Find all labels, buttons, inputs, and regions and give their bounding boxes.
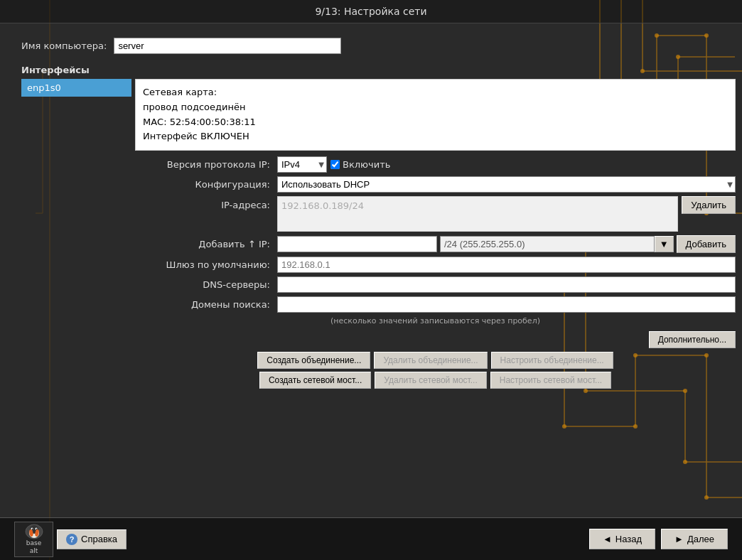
logo-icon	[24, 524, 44, 539]
info-line4: Интерфейс ВКЛЮЧЕН	[143, 129, 728, 144]
delete-bond-button[interactable]: Удалить объединение...	[374, 352, 487, 369]
page-title: 9/13: Настройка сети	[315, 6, 426, 17]
svg-point-47	[35, 527, 37, 529]
ip-list: 192.168.0.189/24	[277, 196, 678, 232]
help-icon: ?	[66, 534, 77, 545]
protocol-select[interactable]: IPv4 IPv6	[277, 156, 327, 173]
logo-box: base alt	[14, 522, 53, 557]
info-line3: МАС: 52:54:00:50:38:11	[143, 115, 728, 130]
svg-point-32	[633, 424, 638, 429]
svg-point-46	[31, 527, 33, 529]
ip-placeholder: 192.168.0.189/24	[281, 200, 364, 211]
interface-item[interactable]: enp1s0	[21, 79, 131, 97]
add-ip-button[interactable]: Добавить	[677, 235, 736, 253]
add-ip-input[interactable]	[277, 236, 437, 252]
create-bridge-button[interactable]: Создать сетевой мост...	[259, 372, 371, 389]
info-line1: Сетевая карта:	[143, 85, 728, 100]
hint-text: (несколько значений записываются через п…	[135, 316, 736, 325]
help-button[interactable]: ? Справка	[57, 529, 127, 549]
interfaces-label: Интерфейсы	[21, 65, 721, 75]
title-bar: 9/13: Настройка сети	[0, 0, 742, 23]
delete-ip-button[interactable]: Удалить	[682, 196, 736, 214]
computer-name-label: Имя компьютера:	[21, 41, 107, 51]
next-icon: ►	[674, 534, 684, 544]
computer-name-input[interactable]	[114, 38, 341, 54]
enable-checkbox[interactable]	[330, 160, 340, 169]
config-select[interactable]: Использовать DHCP Вручную Отключить	[277, 176, 736, 193]
footer-nav: ◄ Назад ► Далее	[589, 529, 728, 549]
add-ip-label: Добавить ↑ IP:	[135, 239, 277, 249]
gateway-label: Шлюз по умолчанию:	[135, 259, 277, 270]
ip-label: IP-адреса:	[135, 196, 277, 210]
enable-checkbox-container[interactable]: Включить	[330, 159, 473, 170]
next-button-label: Далее	[687, 534, 714, 544]
advanced-button[interactable]: Дополнительно...	[649, 331, 736, 348]
help-button-label: Справка	[81, 534, 117, 544]
info-line2: провод подсоединён	[143, 100, 728, 115]
enable-checkbox-label: Включить	[343, 159, 390, 170]
logo-text: base alt	[26, 539, 41, 555]
dns-label: DNS-серверы:	[135, 279, 277, 290]
svg-point-31	[562, 424, 566, 429]
svg-point-49	[36, 529, 36, 529]
mask-input[interactable]	[440, 236, 655, 252]
delete-bridge-button[interactable]: Удалить сетевой мост...	[375, 372, 487, 389]
configure-bond-button[interactable]: Настроить объединение...	[491, 352, 613, 369]
back-button[interactable]: ◄ Назад	[589, 529, 655, 549]
search-domains-label: Домены поиска:	[135, 299, 277, 310]
back-button-label: Назад	[615, 534, 642, 544]
configure-bridge-button[interactable]: Настроить сетевой мост...	[490, 372, 611, 389]
dns-input[interactable]	[277, 276, 736, 293]
footer: base alt ? Справка ◄ Назад ► Далее	[0, 517, 742, 560]
svg-point-38	[683, 460, 687, 464]
back-icon: ◄	[603, 534, 612, 544]
search-domains-input[interactable]	[277, 296, 736, 313]
protocol-label: Версия протокола IP:	[135, 159, 277, 170]
mask-dropdown-button[interactable]: ▼	[655, 236, 674, 252]
config-label: Конфигурация:	[135, 179, 277, 190]
interface-info-box: Сетевая карта: провод подсоединён МАС: 5…	[135, 79, 736, 151]
svg-point-48	[31, 529, 32, 529]
gateway-input[interactable]	[277, 257, 736, 273]
svg-point-35	[704, 495, 709, 500]
create-bond-button[interactable]: Создать объединение...	[257, 352, 370, 369]
next-button[interactable]: ► Далее	[661, 529, 728, 549]
